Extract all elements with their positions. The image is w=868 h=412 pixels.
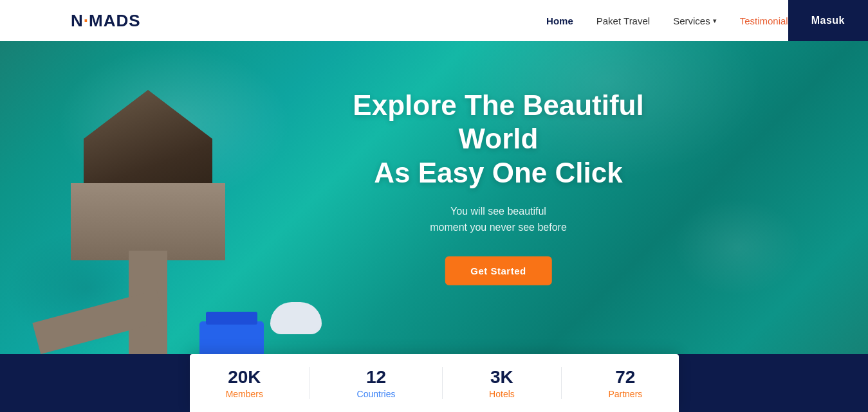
- stat-divider-3: [561, 367, 562, 399]
- get-started-button[interactable]: Get Started: [445, 256, 551, 285]
- stat-hotels-label: Hotels: [489, 389, 515, 399]
- stat-hotels-number: 3K: [489, 367, 515, 388]
- stat-countries-number: 12: [357, 367, 396, 388]
- stat-partners-label: Partners: [608, 389, 642, 399]
- site-logo[interactable]: N·MADS: [71, 11, 141, 31]
- stats-bar: 20K Members 12 Countries 3K Hotels 72 Pa…: [190, 354, 679, 412]
- masuk-button[interactable]: Masuk: [788, 0, 868, 41]
- stat-countries-label: Countries: [357, 389, 396, 399]
- nav-services-container[interactable]: Services ▾: [673, 15, 717, 26]
- small-vessel: [270, 302, 322, 334]
- stat-members-label: Members: [226, 389, 263, 399]
- stat-members: 20K Members: [200, 367, 289, 399]
- nav-links: Home Paket Travel Services ▾ Testimonial: [546, 15, 788, 26]
- deck-platform: [71, 183, 225, 260]
- hero-section: Explore The Beautiful World As Easy One …: [0, 0, 868, 412]
- nav-services[interactable]: Services: [673, 15, 710, 26]
- hero-title: Explore The Beautiful World As Easy One …: [313, 88, 683, 190]
- stat-partners: 72 Partners: [582, 367, 668, 399]
- stat-divider-2: [442, 367, 443, 399]
- dock-illustration: [32, 51, 322, 386]
- hero-subtitle: You will see beautiful moment you never …: [313, 203, 683, 236]
- stat-divider-1: [309, 367, 310, 399]
- chevron-down-icon: ▾: [713, 17, 717, 25]
- nav-testimonial[interactable]: Testimonial: [740, 15, 788, 26]
- nav-home[interactable]: Home: [546, 15, 573, 26]
- logo-dot: ·: [84, 11, 89, 30]
- stat-hotels: 3K Hotels: [463, 367, 540, 399]
- stat-countries: 12 Countries: [331, 367, 421, 399]
- navbar: N·MADS Home Paket Travel Services ▾ Test…: [0, 0, 868, 41]
- stat-members-number: 20K: [226, 367, 263, 388]
- hero-content: Explore The Beautiful World As Easy One …: [313, 88, 683, 285]
- stat-partners-number: 72: [608, 367, 642, 388]
- nav-paket-travel[interactable]: Paket Travel: [596, 15, 650, 26]
